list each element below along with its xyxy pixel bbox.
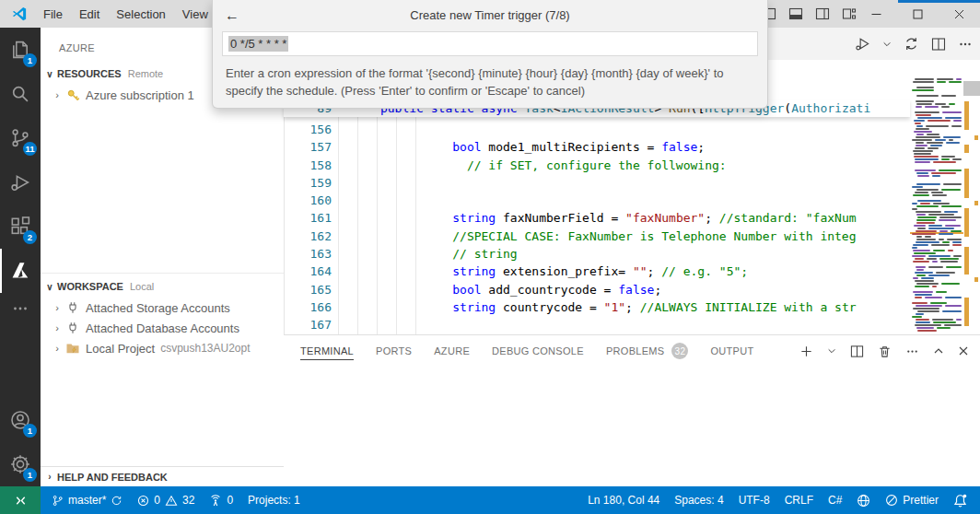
minimap-line bbox=[916, 125, 923, 127]
debug-run-icon[interactable] bbox=[855, 36, 870, 52]
menu-file[interactable]: File bbox=[35, 0, 71, 28]
formatter-status-item[interactable]: Prettier bbox=[878, 486, 946, 514]
minimap-line bbox=[951, 125, 962, 127]
minimap-line bbox=[941, 95, 956, 97]
panel-tab-debug-console[interactable]: DEBUG CONSOLE bbox=[492, 335, 584, 367]
menu-edit[interactable]: Edit bbox=[71, 0, 108, 28]
projects-status-item[interactable]: Projects: 1 bbox=[240, 486, 308, 514]
warning-marker-small bbox=[974, 277, 978, 282]
panel-tab-label: PROBLEMS bbox=[606, 342, 665, 360]
section-workspace-detail: Local bbox=[130, 281, 154, 292]
minimap-line bbox=[945, 117, 962, 119]
section-workspace[interactable]: ∨ WORKSPACE Local bbox=[41, 275, 284, 298]
tree-item-detail: csvpush13AU2opt bbox=[160, 342, 250, 355]
panel-tab-problems[interactable]: PROBLEMS32 bbox=[606, 335, 689, 367]
minimap-line bbox=[939, 216, 962, 218]
chevron-down-icon[interactable] bbox=[882, 40, 892, 49]
minimap-line bbox=[913, 291, 933, 293]
minimap-line bbox=[915, 158, 939, 160]
status-bar-right: Ln 180, Col 44 Spaces: 4 UTF-8 CRLF C# P… bbox=[580, 486, 980, 514]
csharp-extension-icon[interactable] bbox=[849, 486, 878, 514]
menu-view[interactable]: View bbox=[174, 0, 216, 28]
activity-manage[interactable]: 1 bbox=[0, 442, 41, 486]
warning-count: 32 bbox=[182, 494, 194, 507]
activity-accounts[interactable]: 1 bbox=[0, 398, 41, 442]
warning-marker bbox=[964, 169, 969, 198]
encoding-item[interactable]: UTF-8 bbox=[731, 486, 777, 514]
new-terminal-icon[interactable] bbox=[799, 345, 813, 358]
close-panel-icon[interactable] bbox=[958, 345, 969, 356]
synchronize-changes-icon[interactable] bbox=[904, 36, 919, 52]
terminal-picker-chevron-icon[interactable] bbox=[827, 346, 836, 356]
menu-selection[interactable]: Selection bbox=[108, 0, 173, 28]
code-editor[interactable]: 156157 bool mode1_multiRecipients = fals… bbox=[284, 121, 910, 334]
activity-azure[interactable] bbox=[0, 249, 41, 293]
minimap-line bbox=[913, 244, 928, 246]
explorer-badge: 1 bbox=[23, 53, 37, 67]
minimap-line bbox=[912, 186, 923, 188]
remote-indicator[interactable] bbox=[0, 486, 41, 514]
activity-explorer[interactable]: 1 bbox=[0, 28, 41, 72]
language-mode-item[interactable]: C# bbox=[821, 486, 849, 514]
back-arrow-icon[interactable]: ← bbox=[225, 0, 239, 30]
minimap-line bbox=[913, 194, 929, 196]
customize-layout-icon[interactable] bbox=[842, 6, 857, 21]
activity-more-views[interactable] bbox=[0, 293, 41, 324]
plug-icon bbox=[64, 301, 81, 314]
minimap-line bbox=[931, 244, 949, 246]
minimap-line bbox=[917, 117, 942, 119]
activity-source-control[interactable]: 11 bbox=[0, 116, 41, 160]
minimap-line bbox=[917, 175, 929, 177]
code-line-157: 157 bool mode1_multiRecipients = false; bbox=[284, 138, 910, 156]
more-actions-icon[interactable] bbox=[958, 37, 973, 52]
git-branch-icon bbox=[52, 495, 64, 507]
activity-bar: 1 11 2 1 1 bbox=[0, 28, 41, 486]
minimap[interactable] bbox=[910, 78, 963, 334]
split-editor-icon[interactable] bbox=[931, 37, 946, 52]
kill-terminal-icon[interactable] bbox=[878, 345, 892, 358]
indentation-item[interactable]: Spaces: 4 bbox=[667, 486, 730, 514]
ports-status-item[interactable]: 0 bbox=[202, 486, 240, 514]
cursor-position-item[interactable]: Ln 180, Col 44 bbox=[580, 486, 667, 514]
minimize-icon[interactable] bbox=[856, 0, 897, 28]
panel-more-actions-icon[interactable] bbox=[905, 345, 919, 358]
overview-ruler[interactable] bbox=[963, 60, 980, 334]
eol-item[interactable]: CRLF bbox=[777, 486, 821, 514]
section-help-and-feedback[interactable]: › HELP AND FEEDBACK bbox=[41, 466, 284, 486]
toggle-panel-icon[interactable] bbox=[788, 6, 803, 21]
cron-expression-input[interactable]: 0 */5 * * * * bbox=[222, 31, 758, 56]
activity-extensions[interactable]: 2 bbox=[0, 204, 41, 249]
terminal-body[interactable] bbox=[284, 368, 980, 487]
toggle-secondary-sidebar-icon[interactable] bbox=[815, 6, 830, 21]
minimap-line bbox=[915, 161, 930, 163]
split-terminal-icon[interactable] bbox=[850, 345, 864, 358]
minimap-line bbox=[939, 219, 955, 221]
manage-badge: 1 bbox=[23, 468, 37, 482]
tree-item-local-project[interactable]: › Local Project csvpush13AU2opt bbox=[41, 338, 284, 358]
panel-tab-label: OUTPUT bbox=[710, 342, 753, 360]
minimap-line bbox=[916, 205, 939, 207]
problems-status-item[interactable]: 0 32 bbox=[130, 486, 202, 514]
maximize-icon[interactable] bbox=[897, 0, 939, 28]
minimap-line bbox=[953, 255, 962, 257]
maximize-panel-icon[interactable] bbox=[933, 345, 944, 356]
panel-tab-output[interactable]: OUTPUT bbox=[710, 335, 753, 367]
panel-tab-ports[interactable]: PORTS bbox=[376, 335, 412, 367]
minimap-line bbox=[915, 280, 934, 282]
panel-tab-azure[interactable]: AZURE bbox=[434, 335, 470, 367]
chevron-right-icon: › bbox=[50, 322, 64, 333]
code-line-167: 167 bbox=[284, 316, 910, 333]
tree-item-attached-storage[interactable]: › Attached Storage Accounts bbox=[41, 298, 284, 318]
scrollbar-slider[interactable] bbox=[963, 81, 980, 96]
minimap-line bbox=[914, 153, 931, 155]
bell-icon[interactable] bbox=[946, 486, 974, 514]
activity-search[interactable] bbox=[0, 72, 41, 116]
close-icon[interactable] bbox=[939, 0, 980, 28]
minimap-line bbox=[914, 225, 926, 227]
ellipsis-icon bbox=[11, 299, 29, 318]
minimap-line bbox=[913, 81, 934, 83]
activity-run-and-debug[interactable] bbox=[0, 160, 41, 204]
branch-status-item[interactable]: master* bbox=[44, 486, 130, 514]
panel-tab-terminal[interactable]: TERMINAL bbox=[300, 335, 354, 367]
tree-item-attached-database[interactable]: › Attached Database Accounts bbox=[41, 318, 284, 338]
